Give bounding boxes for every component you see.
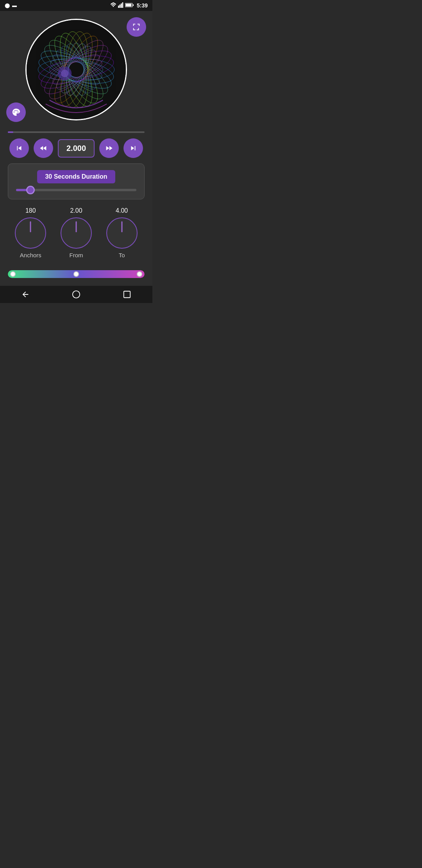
- to-knob-item: 4.00 To: [106, 207, 138, 258]
- svg-rect-0: [118, 5, 119, 8]
- anchors-value: 180: [25, 207, 36, 214]
- anchors-knob-indicator: [30, 221, 31, 232]
- duration-slider[interactable]: [16, 189, 136, 191]
- skip-to-end-button[interactable]: [123, 138, 143, 158]
- to-label: To: [119, 252, 125, 258]
- svg-point-38: [73, 291, 80, 298]
- progress-fill: [8, 131, 13, 133]
- svg-rect-2: [121, 3, 122, 7]
- to-value: 4.00: [116, 207, 128, 214]
- color-gradient-bar[interactable]: [8, 270, 145, 278]
- status-bar: ⬤ ▬ 5:39: [0, 0, 152, 11]
- from-value: 2.00: [70, 207, 82, 214]
- svg-rect-3: [122, 2, 123, 8]
- time-display: 5:39: [137, 2, 148, 9]
- progress-track[interactable]: [8, 131, 145, 133]
- nav-bar: [0, 286, 152, 303]
- duration-label: 30 Seconds Duration: [37, 170, 115, 183]
- palette-button[interactable]: [6, 102, 26, 122]
- playback-controls: 2.000: [0, 138, 152, 158]
- color-bar-dot-right[interactable]: [137, 271, 142, 277]
- to-knob-indicator: [121, 221, 122, 232]
- sim-icon: ▬: [12, 3, 17, 8]
- anchors-knob-item: 180 Anchors: [15, 207, 46, 258]
- from-knob-item: 2.00 From: [61, 207, 92, 258]
- rewind-button[interactable]: [34, 138, 53, 158]
- recents-button[interactable]: [120, 287, 134, 302]
- svg-rect-1: [119, 4, 120, 7]
- svg-rect-6: [125, 4, 131, 6]
- knobs-section: 180 Anchors 2.00 From 4.00 To: [0, 207, 152, 258]
- to-knob[interactable]: [106, 217, 138, 249]
- signal-icon: [118, 2, 123, 9]
- skip-to-start-button[interactable]: [9, 138, 29, 158]
- fast-forward-button[interactable]: [99, 138, 119, 158]
- svg-rect-39: [124, 291, 131, 298]
- duration-box: 30 Seconds Duration: [8, 163, 145, 199]
- from-label: From: [69, 252, 83, 258]
- fullscreen-button[interactable]: [127, 17, 146, 37]
- status-left: ⬤ ▬: [5, 3, 17, 8]
- svg-rect-5: [132, 4, 134, 5]
- color-bar-dot-center[interactable]: [73, 271, 79, 277]
- back-button[interactable]: [18, 287, 33, 302]
- camera-icon: ⬤: [5, 3, 10, 8]
- speed-display: 2.000: [58, 139, 95, 158]
- progress-bar[interactable]: [0, 131, 152, 133]
- home-button[interactable]: [69, 287, 84, 302]
- duration-label-container: 30 Seconds Duration: [16, 170, 136, 183]
- svg-rect-7: [27, 20, 126, 119]
- anchors-label: Anchors: [20, 252, 41, 258]
- battery-icon: [125, 3, 134, 9]
- wifi-icon: [110, 2, 116, 9]
- main-content: 2.000 30 Seconds Duration 180 Anchors: [0, 11, 152, 286]
- status-right: 5:39: [110, 2, 148, 9]
- from-knob-indicator: [75, 221, 77, 232]
- color-bar-dot-left[interactable]: [10, 271, 16, 277]
- visualization-area: [0, 11, 152, 128]
- anchors-knob[interactable]: [15, 217, 46, 249]
- spirograph-display: [25, 19, 127, 120]
- from-knob[interactable]: [61, 217, 92, 249]
- svg-point-37: [61, 70, 69, 77]
- duration-slider-thumb[interactable]: [26, 186, 35, 194]
